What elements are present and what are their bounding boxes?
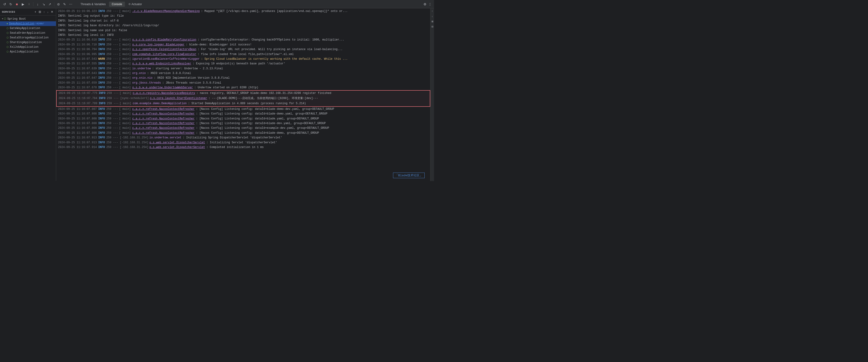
level-flow: INFO: [98, 52, 105, 57]
thread-uws: [ main]: [119, 85, 131, 90]
tab-actuator[interactable]: ⊙ Actuator: [125, 2, 145, 7]
ts-dc: 2024-09-25 11:16:07.914: [58, 145, 97, 149]
log-line-sentinel-5: INFO: Sentinel log level is: INFO: [56, 33, 430, 37]
sidebar-down-button[interactable]: ↓: [46, 10, 50, 14]
step-into-button[interactable]: ↘: [41, 1, 46, 7]
sidebar-close-button[interactable]: ✕: [50, 10, 54, 14]
class-nr: c.a.c.n.registry.NacosServiceRegistry: [133, 91, 195, 95]
sidebar-title: Services: [2, 10, 15, 13]
tree-item-seata-storage[interactable]: ⬡ SeataStorageApplication: [0, 35, 56, 40]
thread-1: [ main]: [119, 9, 131, 13]
settings-button[interactable]: ⚙: [423, 2, 427, 6]
pause-button[interactable]: ⏸: [26, 1, 32, 7]
thread-nc2: [ main]: [119, 111, 131, 116]
ts-nc1: 2024-09-25 11:16:07.807: [58, 107, 97, 111]
ts-nc6: 2024-09-25 11:16:07.808: [58, 131, 97, 135]
msg-ut: : starting server: Undertow - 2.3.13.Fin…: [152, 66, 223, 71]
sidebar-up-button[interactable]: ↑: [43, 10, 45, 14]
tree-item-demo-application[interactable]: ● DemoApplication :8200/: [0, 21, 56, 26]
class-dss: o.s.web.servlet.DispatcherServlet: [149, 140, 205, 145]
log-line-dispatcher-init: 2024-09-25 11:16:07.913 INFO 259 --- [-1…: [56, 135, 430, 140]
thread-feign: [ main]: [119, 47, 131, 52]
toolbar: ↺ ↻ ■ ▶ ⏸ ↓ ↘ ↗ ⊘ ✎ ⋯ Threads & Variable…: [0, 0, 434, 8]
tab-console[interactable]: Console: [109, 2, 125, 7]
toolbar-right: ⚙ ⋮: [423, 2, 432, 6]
clear-button[interactable]: ⊘: [56, 1, 61, 7]
stop-button[interactable]: ■: [14, 1, 20, 7]
log-line-blade-retry: 2024-09-25 11:16:06.618 INFO 259 --- [ m…: [56, 37, 430, 42]
seata-storage-label: SeataStorageApplication: [10, 36, 49, 39]
level-dss: INFO: [98, 140, 105, 145]
class-1: .c.c.v.BladeRequestMappingHandlerMapping: [132, 9, 199, 13]
pid-nc4: 259 ---: [106, 121, 118, 126]
toolbar-separator-2: [54, 2, 54, 6]
sharding-label: ShardingApplication: [10, 41, 42, 44]
sidebar-expand-button[interactable]: ⊞: [38, 10, 42, 14]
log-line-sentinel-3: INFO: Sentinel log base directory is: /U…: [56, 23, 430, 28]
log-line-dispatcher-servlet: 2024-09-25 11:16:07.913 INFO 259 --- [-1…: [56, 140, 430, 145]
tree-item-gateway[interactable]: ⬡ GateWayApplication: [0, 26, 56, 31]
msg-dss: : Initializing Servlet 'dispatcherServle…: [206, 140, 277, 145]
tab-threads-variables[interactable]: Threads & Variables: [78, 2, 108, 7]
class-nc3: c.a.c.n.refresh.NacosContextRefresher: [132, 116, 194, 121]
pid-nc1: 259 ---: [106, 107, 118, 111]
ts-nc5: 2024-09-25 11:16:07.808: [58, 126, 97, 131]
pid-dc: 259 --- [-192.168.31.254]: [106, 145, 148, 149]
right-panel-btn-2[interactable]: ↓: [431, 15, 434, 18]
log-line-sentinel-2: INFO: Sentinel log charset is: utf-8: [56, 19, 430, 23]
console-area: 2024-09-25 11:16:06.323 INFO 259 --- [ m…: [56, 8, 430, 181]
level-xnion: INFO: [98, 76, 105, 80]
pid-ut: 259 ---: [106, 66, 118, 71]
thread-xnio: [ main]: [119, 71, 131, 76]
pid-di: 259 --- [-192.168.31.254]: [106, 135, 148, 140]
msg-nc2: : [Nacos Config] Listening config: dataI…: [196, 111, 328, 116]
log-line-nacos-4: 2024-09-25 11:16:07.808 INFO 259 --- [ m…: [56, 121, 430, 126]
tree-item-spring-boot[interactable]: ▼ ⬡ Spring Boot: [0, 17, 56, 21]
thread-nc6: [ main]: [119, 131, 131, 135]
right-panel-btn-1[interactable]: ↑: [431, 9, 434, 12]
refresh-button[interactable]: ↻: [8, 1, 13, 7]
tree-item-sharding[interactable]: ⬡ ShardingApplication: [0, 40, 56, 45]
thread-nc4: [ main]: [119, 121, 131, 126]
log-line-demo-started: 2024-09-25 11:16:07.799 INFO 259 --- [ m…: [56, 101, 430, 107]
level-ep: INFO: [98, 61, 105, 66]
log-line-nacos-5: 2024-09-25 11:16:07.808 INFO 259 --- [ m…: [56, 126, 430, 131]
pid-xnion: 259 ---: [106, 76, 118, 80]
msg-xnion: : XNIO NIO Implementation Version 3.8.8.…: [154, 76, 230, 80]
msg-nc6: : [Nacos Config] Listening config: dataI…: [196, 131, 319, 135]
log-line-nacos-2: 2024-09-25 11:16:07.808 INFO 259 --- [ m…: [56, 111, 430, 116]
ts-lb: 2024-09-25 11:16:07.543: [58, 57, 97, 61]
ts-nc2: 2024-09-25 11:16:07.808: [58, 111, 97, 116]
resume-button[interactable]: ▶: [20, 1, 26, 7]
app-running-icon: ●: [6, 23, 8, 25]
msg-xnio: : XNIO version 3.8.8.Final: [147, 71, 191, 76]
tree-item-seata-order[interactable]: ⬡ SeataOrderApplication: [0, 31, 56, 35]
demo-app-port: :8200/: [35, 22, 44, 25]
step-over-button[interactable]: ↓: [35, 1, 40, 7]
level-nr: INFO: [99, 91, 105, 95]
class-jb: org.jboss.threads: [132, 81, 161, 85]
ts-di: 2024-09-25 11:16:07.913: [58, 135, 97, 140]
step-out-button[interactable]: ↗: [47, 1, 53, 7]
class-dc: o.s.web.servlet.DispatcherServlet: [149, 145, 205, 149]
log-line-nacos-registry: 2024-09-25 11:16:07.775 INFO 259 --- [ m…: [56, 90, 430, 96]
tree-item-apollo[interactable]: ⬡ ApolloApplication: [0, 49, 56, 54]
restart-button[interactable]: ↺: [2, 1, 7, 7]
more-options-button[interactable]: ⋮: [428, 2, 432, 6]
more-button[interactable]: ⋯: [68, 1, 73, 7]
pid-bl: 259 ---: [106, 43, 118, 47]
app-icon-xxljob: ⬡: [6, 46, 9, 49]
log-line-sentinel-4: INFO: Sentinel log name use pid is: fals…: [56, 28, 430, 33]
right-panel-btn-4[interactable]: ⊟: [431, 25, 434, 28]
level-nc2: INFO: [98, 111, 105, 116]
class-nc2: c.a.c.n.refresh.NacosContextRefresher: [132, 111, 194, 116]
edit-button[interactable]: ✎: [62, 1, 67, 7]
sidebar-add-button[interactable]: +: [34, 10, 37, 14]
pid-uws: 259 ---: [106, 85, 118, 90]
tree-item-xxljob[interactable]: ⬡ XxlJobApplication: [0, 45, 56, 49]
thread-ep: [ main]: [119, 61, 131, 66]
class-bl: o.s.core.log.logger.BladeLogger: [132, 43, 184, 47]
pid-nc6: 259 ---: [106, 131, 118, 135]
xxljob-label: XxlJobApplication: [10, 46, 38, 49]
right-panel-btn-3[interactable]: ⊞: [431, 20, 434, 23]
